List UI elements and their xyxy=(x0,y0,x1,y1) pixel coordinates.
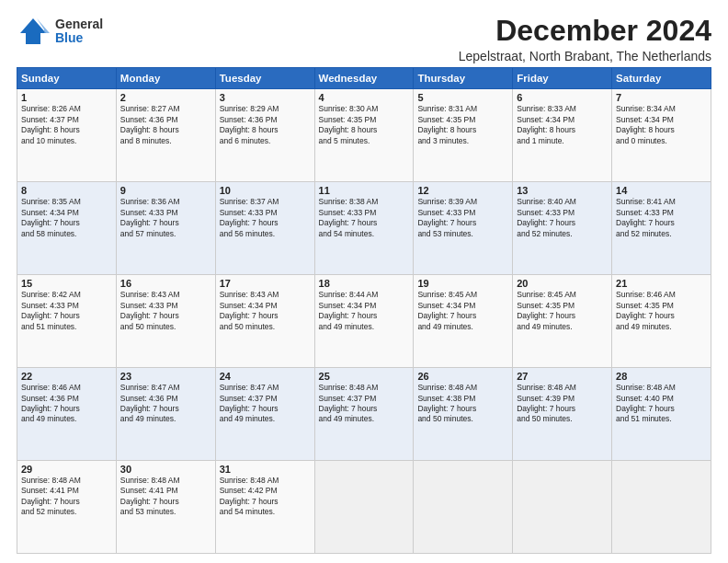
header: General Blue December 2024 Lepelstraat, … xyxy=(17,15,711,63)
cell-w2-d5: 12Sunrise: 8:39 AM Sunset: 4:33 PM Dayli… xyxy=(414,182,513,275)
cell-w4-d2: 23Sunrise: 8:47 AM Sunset: 4:36 PM Dayli… xyxy=(116,368,215,461)
day-info: Sunrise: 8:30 AM Sunset: 4:35 PM Dayligh… xyxy=(319,104,410,146)
day-number: 20 xyxy=(517,278,608,289)
cell-w3-d3: 17Sunrise: 8:43 AM Sunset: 4:34 PM Dayli… xyxy=(215,275,314,368)
day-info: Sunrise: 8:48 AM Sunset: 4:39 PM Dayligh… xyxy=(517,383,608,425)
day-info: Sunrise: 8:47 AM Sunset: 4:36 PM Dayligh… xyxy=(120,383,211,425)
day-info: Sunrise: 8:48 AM Sunset: 4:40 PM Dayligh… xyxy=(616,383,707,425)
cell-w2-d6: 13Sunrise: 8:40 AM Sunset: 4:33 PM Dayli… xyxy=(513,182,612,275)
day-info: Sunrise: 8:31 AM Sunset: 4:35 PM Dayligh… xyxy=(417,104,508,146)
day-number: 28 xyxy=(616,371,707,382)
page: General Blue December 2024 Lepelstraat, … xyxy=(0,0,728,563)
cell-w3-d1: 15Sunrise: 8:42 AM Sunset: 4:33 PM Dayli… xyxy=(17,275,117,368)
day-number: 29 xyxy=(21,464,112,475)
cell-w5-d5 xyxy=(414,461,513,554)
day-info: Sunrise: 8:26 AM Sunset: 4:37 PM Dayligh… xyxy=(21,104,112,146)
cell-w5-d3: 31Sunrise: 8:48 AM Sunset: 4:42 PM Dayli… xyxy=(215,461,314,554)
day-number: 4 xyxy=(319,92,410,103)
cell-w4-d7: 28Sunrise: 8:48 AM Sunset: 4:40 PM Dayli… xyxy=(612,368,711,461)
cell-w4-d5: 26Sunrise: 8:48 AM Sunset: 4:38 PM Dayli… xyxy=(414,368,513,461)
day-info: Sunrise: 8:29 AM Sunset: 4:36 PM Dayligh… xyxy=(220,104,311,146)
day-info: Sunrise: 8:36 AM Sunset: 4:33 PM Dayligh… xyxy=(120,197,211,239)
col-thursday: Thursday xyxy=(414,68,513,89)
col-wednesday: Wednesday xyxy=(314,68,414,89)
cell-w4-d3: 24Sunrise: 8:47 AM Sunset: 4:37 PM Dayli… xyxy=(215,368,314,461)
day-number: 30 xyxy=(120,464,211,475)
week-row-3: 15Sunrise: 8:42 AM Sunset: 4:33 PM Dayli… xyxy=(17,275,711,368)
cell-w2-d2: 9Sunrise: 8:36 AM Sunset: 4:33 PM Daylig… xyxy=(116,182,215,275)
cell-w3-d7: 21Sunrise: 8:46 AM Sunset: 4:35 PM Dayli… xyxy=(612,275,711,368)
day-number: 16 xyxy=(120,278,211,289)
day-info: Sunrise: 8:27 AM Sunset: 4:36 PM Dayligh… xyxy=(120,104,211,146)
day-info: Sunrise: 8:46 AM Sunset: 4:35 PM Dayligh… xyxy=(616,290,707,332)
day-number: 8 xyxy=(21,185,112,196)
col-tuesday: Tuesday xyxy=(215,68,314,89)
day-info: Sunrise: 8:45 AM Sunset: 4:34 PM Dayligh… xyxy=(417,290,508,332)
day-number: 25 xyxy=(319,371,410,382)
cell-w1-d7: 7Sunrise: 8:34 AM Sunset: 4:34 PM Daylig… xyxy=(612,89,711,182)
svg-marker-0 xyxy=(20,18,46,44)
cell-w4-d1: 22Sunrise: 8:46 AM Sunset: 4:36 PM Dayli… xyxy=(17,368,117,461)
cell-w3-d2: 16Sunrise: 8:43 AM Sunset: 4:33 PM Dayli… xyxy=(116,275,215,368)
day-number: 3 xyxy=(220,92,311,103)
cell-w2-d4: 11Sunrise: 8:38 AM Sunset: 4:33 PM Dayli… xyxy=(314,182,414,275)
day-number: 1 xyxy=(21,92,112,103)
week-row-5: 29Sunrise: 8:48 AM Sunset: 4:41 PM Dayli… xyxy=(17,461,711,554)
logo-general-text: General xyxy=(55,17,103,31)
cell-w2-d3: 10Sunrise: 8:37 AM Sunset: 4:33 PM Dayli… xyxy=(215,182,314,275)
main-title: December 2024 xyxy=(459,15,711,47)
day-number: 14 xyxy=(616,185,707,196)
title-block: December 2024 Lepelstraat, North Brabant… xyxy=(459,15,711,63)
day-info: Sunrise: 8:43 AM Sunset: 4:33 PM Dayligh… xyxy=(120,290,211,332)
day-info: Sunrise: 8:46 AM Sunset: 4:36 PM Dayligh… xyxy=(21,383,112,425)
cell-w5-d2: 30Sunrise: 8:48 AM Sunset: 4:41 PM Dayli… xyxy=(116,461,215,554)
day-number: 6 xyxy=(517,92,608,103)
day-info: Sunrise: 8:43 AM Sunset: 4:34 PM Dayligh… xyxy=(220,290,311,332)
cell-w1-d5: 5Sunrise: 8:31 AM Sunset: 4:35 PM Daylig… xyxy=(414,89,513,182)
day-info: Sunrise: 8:48 AM Sunset: 4:41 PM Dayligh… xyxy=(21,476,112,518)
day-number: 27 xyxy=(517,371,608,382)
day-number: 21 xyxy=(616,278,707,289)
week-row-2: 8Sunrise: 8:35 AM Sunset: 4:34 PM Daylig… xyxy=(17,182,711,275)
day-number: 9 xyxy=(120,185,211,196)
day-number: 5 xyxy=(417,92,508,103)
day-info: Sunrise: 8:48 AM Sunset: 4:41 PM Dayligh… xyxy=(120,476,211,518)
cell-w2-d1: 8Sunrise: 8:35 AM Sunset: 4:34 PM Daylig… xyxy=(17,182,117,275)
day-number: 11 xyxy=(319,185,410,196)
col-monday: Monday xyxy=(116,68,215,89)
day-number: 26 xyxy=(417,371,508,382)
day-number: 22 xyxy=(21,371,112,382)
cell-w3-d6: 20Sunrise: 8:45 AM Sunset: 4:35 PM Dayli… xyxy=(513,275,612,368)
day-number: 24 xyxy=(220,371,311,382)
day-number: 13 xyxy=(517,185,608,196)
cell-w5-d7 xyxy=(612,461,711,554)
week-row-4: 22Sunrise: 8:46 AM Sunset: 4:36 PM Dayli… xyxy=(17,368,711,461)
week-row-1: 1Sunrise: 8:26 AM Sunset: 4:37 PM Daylig… xyxy=(17,89,711,182)
cell-w5-d4 xyxy=(314,461,414,554)
day-info: Sunrise: 8:39 AM Sunset: 4:33 PM Dayligh… xyxy=(417,197,508,239)
day-info: Sunrise: 8:48 AM Sunset: 4:37 PM Dayligh… xyxy=(319,383,410,425)
cell-w3-d5: 19Sunrise: 8:45 AM Sunset: 4:34 PM Dayli… xyxy=(414,275,513,368)
cell-w1-d6: 6Sunrise: 8:33 AM Sunset: 4:34 PM Daylig… xyxy=(513,89,612,182)
day-info: Sunrise: 8:37 AM Sunset: 4:33 PM Dayligh… xyxy=(220,197,311,239)
logo-icon xyxy=(17,15,50,48)
day-number: 7 xyxy=(616,92,707,103)
cell-w1-d1: 1Sunrise: 8:26 AM Sunset: 4:37 PM Daylig… xyxy=(17,89,117,182)
calendar-table: Sunday Monday Tuesday Wednesday Thursday… xyxy=(17,67,711,554)
day-info: Sunrise: 8:48 AM Sunset: 4:38 PM Dayligh… xyxy=(417,383,508,425)
day-info: Sunrise: 8:33 AM Sunset: 4:34 PM Dayligh… xyxy=(517,104,608,146)
cell-w1-d3: 3Sunrise: 8:29 AM Sunset: 4:36 PM Daylig… xyxy=(215,89,314,182)
day-info: Sunrise: 8:44 AM Sunset: 4:34 PM Dayligh… xyxy=(319,290,410,332)
cell-w5-d6 xyxy=(513,461,612,554)
cell-w4-d4: 25Sunrise: 8:48 AM Sunset: 4:37 PM Dayli… xyxy=(314,368,414,461)
day-number: 19 xyxy=(417,278,508,289)
day-number: 31 xyxy=(220,464,311,475)
day-info: Sunrise: 8:42 AM Sunset: 4:33 PM Dayligh… xyxy=(21,290,112,332)
day-number: 12 xyxy=(417,185,508,196)
day-number: 18 xyxy=(319,278,410,289)
day-info: Sunrise: 8:45 AM Sunset: 4:35 PM Dayligh… xyxy=(517,290,608,332)
day-number: 2 xyxy=(120,92,211,103)
day-info: Sunrise: 8:41 AM Sunset: 4:33 PM Dayligh… xyxy=(616,197,707,239)
cell-w3-d4: 18Sunrise: 8:44 AM Sunset: 4:34 PM Dayli… xyxy=(314,275,414,368)
calendar-body: 1Sunrise: 8:26 AM Sunset: 4:37 PM Daylig… xyxy=(17,89,711,554)
